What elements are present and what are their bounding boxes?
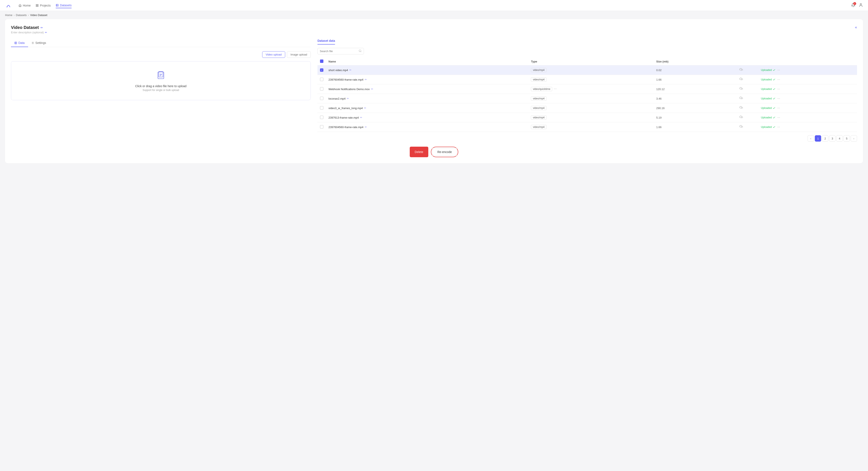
row-more-icon[interactable]: ··· bbox=[777, 77, 780, 82]
row-more-icon[interactable]: ··· bbox=[777, 125, 780, 129]
row-type: video/mp4 bbox=[528, 103, 654, 113]
description-field[interactable]: Enter description (optional) ✏ bbox=[11, 31, 47, 34]
collapse-button[interactable]: « bbox=[855, 25, 857, 30]
row-size: 1.66 bbox=[654, 122, 724, 132]
pagination: ‹ 1 2 3 4 5 › bbox=[317, 135, 857, 142]
notification-badge: 1 bbox=[853, 2, 856, 5]
svg-point-20 bbox=[359, 50, 361, 52]
svg-rect-5 bbox=[56, 4, 59, 6]
page-4[interactable]: 4 bbox=[836, 135, 843, 142]
breadcrumb-home[interactable]: Home bbox=[5, 13, 12, 17]
upload-buttons-row: Video upload Image upload bbox=[11, 51, 311, 58]
two-col-layout: Data Settings Video upload Image upload bbox=[11, 39, 857, 142]
row-checkbox[interactable] bbox=[317, 85, 326, 94]
row-edit-icon[interactable]: ✏ bbox=[365, 78, 367, 81]
row-checkbox[interactable] bbox=[317, 75, 326, 85]
row-upload-action[interactable] bbox=[724, 113, 758, 122]
page-5[interactable]: 5 bbox=[843, 135, 850, 142]
row-name: Webhook Notifications Demo.mov ✏ bbox=[326, 85, 528, 94]
breadcrumb-datasets[interactable]: Datasets bbox=[16, 13, 27, 17]
svg-rect-10 bbox=[15, 42, 17, 44]
row-status: Uploaded ··· bbox=[758, 113, 857, 122]
table-row: 2397604560-frame-rate.mp4 ✏ video/mp4 1.… bbox=[317, 122, 857, 132]
notification-button[interactable]: 1 bbox=[851, 3, 855, 8]
row-more-icon[interactable]: ··· bbox=[777, 97, 780, 100]
row-type: video/mp4 bbox=[528, 122, 654, 132]
row-more-icon[interactable]: ··· bbox=[777, 106, 780, 110]
row-edit-icon[interactable]: ✏ bbox=[347, 97, 349, 100]
select-all-header[interactable] bbox=[317, 58, 326, 65]
row-edit-icon[interactable]: ✏ bbox=[360, 116, 362, 119]
row-upload-action[interactable] bbox=[724, 85, 758, 94]
dataset-data-title: Dataset data bbox=[317, 39, 335, 44]
main-container: Video Dataset ✏ Enter description (optio… bbox=[0, 19, 868, 168]
nav-links: Home Projects Datasets bbox=[19, 3, 844, 8]
row-size: 1.66 bbox=[654, 75, 724, 85]
card-header: Video Dataset ✏ Enter description (optio… bbox=[11, 25, 857, 34]
card-header-left: Video Dataset ✏ Enter description (optio… bbox=[11, 25, 47, 34]
row-type: video/quicktime ··· bbox=[528, 85, 654, 94]
file-table: Name Type Size (mb) ✓ short video.m bbox=[317, 58, 857, 132]
row-edit-icon[interactable]: ✏ bbox=[349, 69, 351, 71]
row-more-icon[interactable]: ··· bbox=[777, 116, 780, 120]
image-upload-button[interactable]: Image upload bbox=[287, 51, 311, 58]
row-edit-icon[interactable]: ✏ bbox=[365, 126, 367, 128]
tabs: Data Settings bbox=[11, 39, 311, 47]
table-row: video3_w_frames_long.mp4 ✏ video/mp4 290… bbox=[317, 103, 857, 113]
svg-rect-4 bbox=[38, 6, 38, 6]
search-input[interactable] bbox=[320, 50, 357, 53]
delete-button[interactable]: Delete bbox=[410, 147, 428, 157]
row-upload-action[interactable] bbox=[724, 122, 758, 132]
nav-home-label: Home bbox=[23, 4, 31, 7]
row-size: 120.12 bbox=[654, 85, 724, 94]
page-next[interactable]: › bbox=[851, 135, 857, 142]
row-name: 2397604560-frame-rate.mp4 ✏ bbox=[326, 75, 528, 85]
row-upload-action[interactable] bbox=[724, 75, 758, 85]
dropzone-sub: Support for single or bulk upload bbox=[16, 89, 306, 92]
user-menu-button[interactable] bbox=[859, 3, 863, 8]
tab-data[interactable]: Data bbox=[11, 39, 28, 47]
row-upload-action[interactable] bbox=[724, 103, 758, 113]
row-type: video/mp4 bbox=[528, 94, 654, 103]
page-3[interactable]: 3 bbox=[829, 135, 836, 142]
row-checkbox[interactable] bbox=[317, 122, 326, 132]
row-checkbox[interactable]: ✓ bbox=[317, 65, 326, 75]
col-action bbox=[724, 58, 758, 65]
dropzone-text: Click or drag a video file here to uploa… bbox=[16, 85, 306, 88]
page-1[interactable]: 1 bbox=[815, 135, 821, 142]
tab-settings-label: Settings bbox=[35, 41, 46, 44]
nav-home[interactable]: Home bbox=[19, 3, 31, 8]
row-upload-action[interactable] bbox=[724, 65, 758, 75]
row-checkbox[interactable] bbox=[317, 103, 326, 113]
reencode-button[interactable]: Re-encode bbox=[432, 148, 457, 156]
dropzone[interactable]: Click or drag a video file here to uploa… bbox=[11, 61, 311, 100]
row-name: short video.mp4 ✏ bbox=[326, 65, 528, 75]
row-checkbox[interactable] bbox=[317, 94, 326, 103]
col-size: Size (mb) bbox=[654, 58, 724, 65]
nav-datasets[interactable]: Datasets bbox=[56, 3, 71, 8]
row-edit-icon[interactable]: ✏ bbox=[371, 88, 373, 91]
page-2[interactable]: 2 bbox=[822, 135, 828, 142]
row-type: video/mp4 bbox=[528, 113, 654, 122]
page-prev[interactable]: ‹ bbox=[808, 135, 814, 142]
row-checkbox[interactable] bbox=[317, 113, 326, 122]
desc-edit-icon[interactable]: ✏ bbox=[45, 31, 47, 34]
nav-projects[interactable]: Projects bbox=[36, 3, 51, 8]
row-more-icon[interactable]: ··· bbox=[777, 87, 780, 91]
video-upload-button[interactable]: Video upload bbox=[262, 51, 285, 58]
table-row: 2397613-frame-rate.mp4 ✏ video/mp4 5.19 … bbox=[317, 113, 857, 122]
row-size: 0.02 bbox=[654, 65, 724, 75]
row-status: Uploaded ··· bbox=[758, 94, 857, 103]
tab-settings[interactable]: Settings bbox=[28, 39, 50, 47]
search-bar bbox=[317, 48, 364, 55]
logo[interactable] bbox=[5, 2, 12, 9]
col-name: Name bbox=[326, 58, 528, 65]
more-options[interactable]: ··· bbox=[554, 87, 557, 91]
row-edit-icon[interactable]: ✏ bbox=[364, 106, 366, 109]
row-status: Uploaded ··· bbox=[758, 75, 857, 85]
row-more-icon[interactable]: ··· bbox=[777, 68, 780, 72]
breadcrumb-current: Video Dataset bbox=[30, 13, 47, 17]
title-edit-icon[interactable]: ✏ bbox=[40, 26, 43, 29]
svg-rect-1 bbox=[36, 4, 37, 5]
row-upload-action[interactable] bbox=[724, 94, 758, 103]
